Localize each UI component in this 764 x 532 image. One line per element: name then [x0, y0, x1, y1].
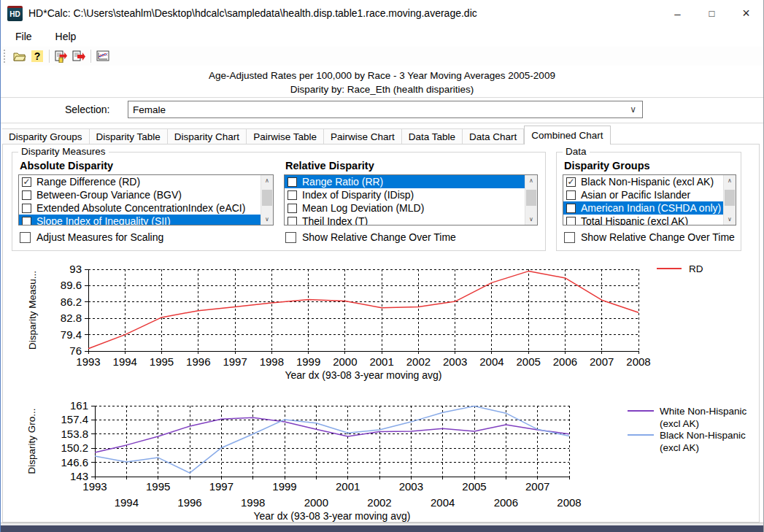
checkbox[interactable]: [288, 217, 297, 225]
list-item[interactable]: Slope Index of Inequality (SII): [19, 215, 261, 225]
scroll-up-icon[interactable]: ∧: [525, 175, 537, 186]
list-item[interactable]: Total Hispanic (excl AK): [563, 215, 723, 225]
list-item[interactable]: Between-Group Variance (BGV): [19, 188, 261, 201]
open-file-button[interactable]: [11, 48, 28, 64]
checkbox[interactable]: [22, 190, 31, 200]
tab[interactable]: Disparity Groups: [2, 128, 90, 144]
checkbox[interactable]: [285, 232, 296, 243]
svg-text:82.8: 82.8: [61, 312, 82, 324]
menu-help[interactable]: Help: [47, 28, 85, 45]
svg-text:1995: 1995: [146, 480, 170, 493]
adjust-measures-checkbox[interactable]: Adjust Measures for Scaling: [20, 231, 163, 243]
toolbar-separator: [90, 50, 91, 63]
minimize-button[interactable]: –: [660, 0, 695, 26]
scroll-down-icon[interactable]: ∨: [724, 214, 736, 225]
checkbox[interactable]: [288, 204, 297, 213]
divider: [1, 97, 763, 99]
svg-text:2001: 2001: [336, 480, 360, 493]
checkbox[interactable]: [288, 177, 297, 187]
list-item[interactable]: Asian or Pacific Islander: [563, 188, 723, 201]
checkbox[interactable]: [22, 217, 31, 225]
svg-text:Black Non-Hispanic: Black Non-Hispanic: [660, 430, 746, 441]
scrollbar-thumb[interactable]: [725, 190, 735, 206]
svg-text:White Non-Hispanic: White Non-Hispanic: [660, 406, 747, 417]
scroll-down-icon[interactable]: ∨: [261, 214, 273, 225]
tab[interactable]: Data Chart: [463, 128, 524, 144]
svg-text:2000: 2000: [333, 355, 357, 368]
svg-text:86.2: 86.2: [61, 296, 82, 308]
open-folder-icon: [13, 51, 26, 61]
tab[interactable]: Data Table: [402, 128, 463, 144]
scrollbar-thumb[interactable]: [526, 190, 536, 206]
export-button[interactable]: [70, 48, 88, 64]
list-item[interactable]: Range Ratio (RR): [285, 175, 525, 188]
svg-text:Year dx (93-08 3-year moving a: Year dx (93-08 3-year moving avg): [253, 510, 410, 522]
close-icon: ×: [742, 6, 750, 21]
maximize-button[interactable]: □: [695, 0, 729, 26]
absolute-disparity-list[interactable]: ✓ Range Difference (RD) Between-Group Va…: [18, 174, 274, 225]
close-button[interactable]: ×: [729, 0, 763, 26]
svg-text:2006: 2006: [553, 355, 577, 368]
disparity-measures-chart: 9389.686.282.879.47619931994199519961997…: [3, 255, 759, 391]
disparity-measures-groupbox: Disparity Measures Absolute Disparity ✓ …: [12, 152, 546, 251]
checkbox[interactable]: [566, 204, 576, 213]
help-button[interactable]: ?: [28, 48, 46, 64]
disparity-groups-chart: 161157.4153.8150.2146.614319931994199519…: [3, 393, 759, 525]
list-item[interactable]: Extended Absolute ConcentrationIndex (eA…: [19, 201, 261, 215]
selection-dropdown[interactable]: Female ∨: [128, 101, 643, 118]
line-chart: 9389.686.282.879.47619931994199519961997…: [3, 255, 759, 388]
export-icon: [72, 50, 86, 63]
svg-text:2004: 2004: [479, 355, 503, 368]
scrollbar[interactable]: ∧ ∨: [723, 175, 736, 225]
toolbar-gripper[interactable]: [4, 50, 7, 63]
svg-text:1999: 1999: [272, 480, 296, 493]
checkbox[interactable]: [566, 190, 576, 200]
data-groupbox: Data Disparity Groups ✓ Black Non-Hispan…: [556, 152, 741, 251]
show-relative-change-data-checkbox[interactable]: Show Relative Change Over Time: [564, 231, 735, 243]
checkbox[interactable]: [288, 190, 297, 200]
checkbox[interactable]: ✓: [566, 177, 576, 187]
checkbox[interactable]: ✓: [22, 177, 31, 187]
tab[interactable]: Disparity Chart: [168, 128, 247, 144]
scroll-up-icon[interactable]: ∧: [724, 175, 736, 186]
scrollbar-thumb[interactable]: [262, 190, 272, 206]
tab[interactable]: Pairwise Chart: [324, 128, 402, 144]
checkbox[interactable]: [564, 232, 575, 243]
svg-text:1994: 1994: [113, 355, 137, 368]
combined-chart-page: Disparity Measures Absolute Disparity ✓ …: [2, 144, 760, 523]
checkbox[interactable]: [22, 204, 31, 213]
scrollbar[interactable]: ∧ ∨: [525, 175, 537, 225]
list-item[interactable]: ✓ Range Difference (RD): [19, 175, 261, 188]
svg-text:1998: 1998: [260, 355, 284, 368]
svg-text:1993: 1993: [76, 355, 100, 368]
tab[interactable]: Combined Chart: [524, 126, 610, 144]
list-item[interactable]: ✓ Black Non-Hispanic (excl AK): [563, 175, 723, 188]
scroll-down-icon[interactable]: ∨: [525, 214, 537, 225]
disparity-groups-list[interactable]: ✓ Black Non-Hispanic (excl AK) Asian or …: [563, 174, 736, 225]
list-item[interactable]: Index of Disparity (IDisp): [285, 188, 525, 201]
minimize-icon: –: [674, 7, 680, 20]
relative-disparity-header: Relative Disparity: [285, 160, 374, 171]
svg-text:2007: 2007: [590, 355, 614, 368]
list-item[interactable]: American Indian (CSHDA only): [563, 201, 723, 215]
tab[interactable]: Pairwise Table: [247, 128, 324, 144]
svg-text:2002: 2002: [367, 496, 391, 509]
export-save-button[interactable]: [53, 48, 70, 64]
scrollbar[interactable]: ∧ ∨: [261, 175, 273, 225]
menu-file[interactable]: File: [7, 28, 41, 45]
list-item[interactable]: Theil Index (T): [285, 215, 525, 225]
relative-disparity-list[interactable]: Range Ratio (RR) Index of Disparity (IDi…: [284, 174, 538, 225]
disparity-groups-header: Disparity Groups: [564, 160, 650, 171]
checkbox[interactable]: [20, 232, 31, 243]
chart-options-button[interactable]: [94, 48, 112, 64]
svg-text:Year dx (93-08 3-year moving a: Year dx (93-08 3-year moving avg): [285, 369, 441, 381]
checkbox[interactable]: [566, 217, 576, 225]
svg-text:89.6: 89.6: [61, 279, 82, 291]
svg-text:Disparity Measu...: Disparity Measu...: [27, 271, 38, 350]
show-relative-change-checkbox[interactable]: Show Relative Change Over Time: [285, 231, 456, 243]
svg-text:2008: 2008: [557, 496, 581, 509]
scroll-up-icon[interactable]: ∧: [261, 175, 273, 186]
tab[interactable]: Disparity Table: [90, 128, 168, 144]
list-item[interactable]: Mean Log Deviation (MLD): [285, 201, 525, 215]
divider: [1, 123, 763, 124]
